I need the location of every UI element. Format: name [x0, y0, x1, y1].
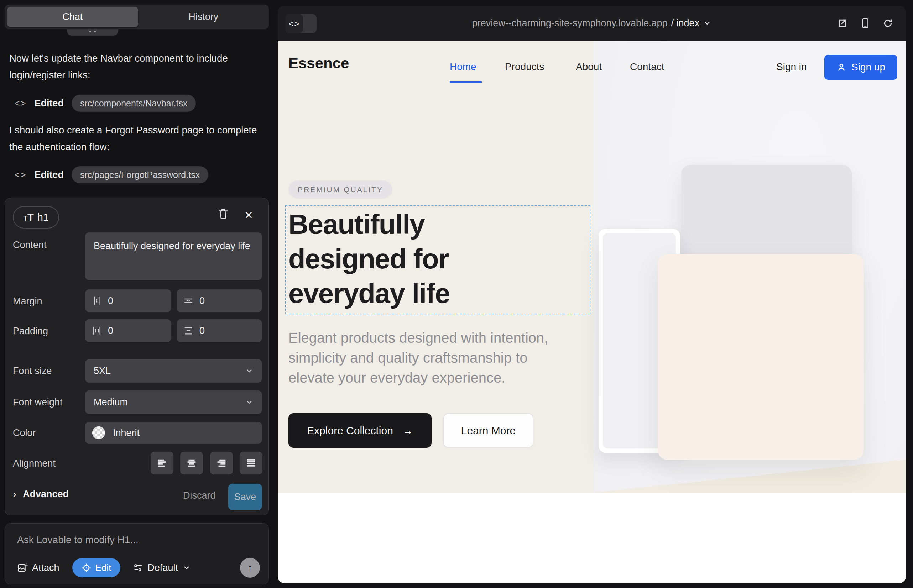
color-label: Color	[13, 428, 36, 438]
chat-message: Now let's update the Navbar component to…	[9, 50, 263, 83]
hero-paragraph-line: elevate your everyday experience.	[288, 368, 548, 388]
margin-vertical-icon	[183, 296, 194, 306]
refresh-icon[interactable]	[883, 18, 893, 29]
open-external-icon[interactable]	[837, 18, 848, 29]
trash-icon	[217, 207, 229, 220]
sign-up-button[interactable]: Sign up	[824, 55, 897, 80]
element-editor-panel: TT h1 ✕ Content Beautifully designed for…	[5, 198, 269, 515]
explore-collection-button[interactable]: Explore Collection →	[288, 413, 432, 448]
align-justify-button[interactable]	[240, 452, 262, 475]
align-left-button[interactable]	[151, 452, 173, 475]
element-tag-name: h1	[37, 212, 49, 223]
code-icon: <>	[14, 170, 26, 181]
padding-horizontal-value: 0	[108, 325, 113, 336]
align-right-icon	[215, 457, 228, 469]
advanced-label: Advanced	[23, 489, 69, 500]
color-select[interactable]: Inherit	[85, 422, 262, 444]
padding-vertical-icon	[183, 325, 194, 336]
chevron-down-icon	[245, 398, 254, 407]
close-icon: ✕	[244, 209, 253, 221]
align-center-icon	[186, 457, 197, 469]
align-left-icon	[156, 457, 168, 469]
padding-label: Padding	[13, 326, 48, 337]
advanced-toggle[interactable]: › Advanced	[13, 488, 69, 500]
discard-button[interactable]: Discard	[183, 490, 216, 501]
mode-select[interactable]: Default	[133, 562, 191, 573]
delete-element-button[interactable]	[217, 207, 229, 221]
url-bar[interactable]: preview--charming-site-symphony.lovable.…	[278, 6, 906, 40]
learn-more-button[interactable]: Learn More	[444, 413, 533, 448]
padding-vertical-value: 0	[199, 325, 205, 336]
edit-chip-label: Edit	[96, 562, 112, 573]
prompt-input[interactable]: Ask Lovable to modify H1...	[17, 534, 139, 546]
content-label: Content	[13, 239, 47, 250]
url-path: / index	[671, 18, 700, 29]
hero-heading-line: designed for	[288, 242, 450, 276]
save-button[interactable]: Save	[228, 484, 262, 510]
font-weight-label: Font weight	[13, 397, 63, 408]
tab-chat[interactable]: Chat	[7, 7, 138, 27]
padding-vertical-input[interactable]: 0	[176, 319, 262, 342]
nav-link-about[interactable]: About	[576, 61, 602, 73]
file-chip[interactable]: src/components/Navbar.tsx	[71, 95, 196, 112]
chevron-down-icon	[182, 564, 191, 572]
color-swatch-checkerboard	[92, 426, 105, 439]
active-nav-underline	[450, 81, 482, 82]
margin-label: Margin	[13, 296, 42, 307]
chat-history-tabs: Chat History	[5, 5, 269, 29]
hero-heading-line: everyday life	[288, 276, 450, 311]
target-icon	[81, 563, 91, 573]
padding-horizontal-input[interactable]: 0	[85, 319, 171, 342]
text-size-icon: TT	[23, 212, 34, 223]
nav-link-products[interactable]: Products	[505, 61, 544, 73]
chat-message: I should also create a Forgot Password p…	[9, 122, 263, 155]
chevron-right-icon: ›	[13, 488, 16, 500]
font-weight-value: Medium	[94, 397, 128, 408]
code-icon: <>	[14, 98, 26, 109]
user-icon	[837, 62, 847, 72]
margin-horizontal-icon	[92, 296, 102, 306]
composer-toolbar: Attach Edit Default ↑	[17, 558, 260, 578]
arrow-up-icon: ↑	[248, 562, 253, 573]
attach-label: Attach	[32, 562, 60, 573]
hero-paragraph-line: simplicity and quality craftsmanship to	[288, 348, 548, 368]
hero-paragraph: Elegant products designed with intention…	[288, 328, 548, 388]
preview-browser-window: <> preview--charming-site-symphony.lovab…	[278, 6, 906, 583]
browser-actions	[837, 6, 893, 40]
sliders-icon	[133, 563, 143, 573]
mode-label: Default	[147, 562, 178, 573]
font-size-select[interactable]: 5XL	[85, 359, 262, 383]
nav-link-contact[interactable]: Contact	[630, 61, 664, 73]
send-button[interactable]: ↑	[240, 558, 260, 578]
align-center-button[interactable]	[180, 452, 203, 475]
tab-history[interactable]: History	[138, 5, 269, 29]
explore-collection-label: Explore Collection	[307, 425, 393, 437]
attach-image-icon	[17, 562, 28, 573]
alignment-label: Alignment	[13, 458, 55, 469]
hero-badge: PREMIUM QUALITY	[288, 181, 392, 199]
align-right-button[interactable]	[210, 452, 233, 475]
site-logo[interactable]: Essence	[288, 55, 349, 72]
edited-label: Edited	[34, 98, 64, 109]
hero-heading[interactable]: Beautifully designed for everyday life	[288, 207, 450, 311]
section-below-hero	[278, 493, 906, 548]
decorative-card-beige	[658, 254, 863, 460]
margin-horizontal-input[interactable]: 0	[85, 289, 171, 312]
font-weight-select[interactable]: Medium	[85, 391, 262, 414]
sign-in-link[interactable]: Sign in	[776, 61, 807, 73]
content-input[interactable]: Beautifully designed for everyday life	[85, 233, 262, 280]
edited-file-row: <> Edited src/components/Navbar.tsx	[14, 94, 196, 112]
margin-vertical-input[interactable]: 0	[176, 289, 262, 312]
file-chip[interactable]: src/pages/ForgotPassword.tsx	[71, 166, 208, 183]
chevron-down-icon	[245, 367, 254, 375]
mobile-preview-icon[interactable]	[861, 18, 870, 29]
attach-button[interactable]: Attach	[17, 562, 60, 573]
nav-link-home[interactable]: Home	[450, 61, 476, 73]
prompt-composer: Ask Lovable to modify H1... Attach Edit …	[5, 523, 269, 585]
color-value: Inherit	[113, 428, 139, 438]
element-tag-pill: TT h1	[13, 206, 59, 228]
edited-file-row: <> Edited src/pages/ForgotPassword.tsx	[14, 166, 208, 184]
edit-mode-chip[interactable]: Edit	[72, 558, 121, 577]
hero-paragraph-line: Elegant products designed with intention…	[288, 328, 548, 348]
close-panel-button[interactable]: ✕	[244, 209, 253, 221]
